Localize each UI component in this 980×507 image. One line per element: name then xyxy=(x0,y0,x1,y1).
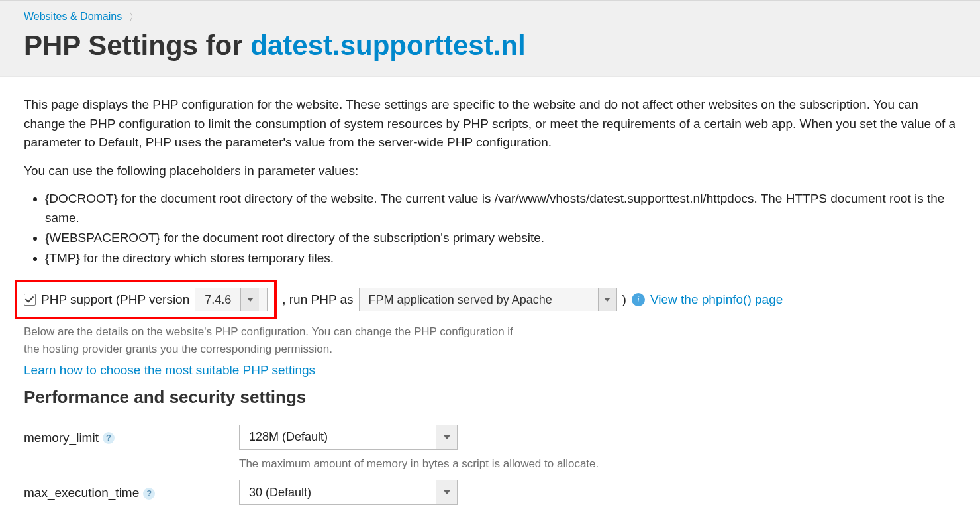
learn-php-settings-link[interactable]: Learn how to choose the most suitable PH… xyxy=(24,363,315,377)
placeholder-tmp: {TMP} for the directory which stores tem… xyxy=(45,249,956,268)
memory-limit-hint: The maximum amount of memory in bytes a … xyxy=(239,455,956,473)
performance-security-heading: Performance and security settings xyxy=(24,384,956,410)
chevron-down-icon xyxy=(598,288,616,311)
page-title-prefix: PHP Settings for xyxy=(24,30,250,61)
php-version-select-value: 7.4.6 xyxy=(195,291,240,309)
breadcrumb: Websites & Domains 〉 xyxy=(24,9,956,25)
chevron-down-icon xyxy=(240,288,259,311)
info-icon[interactable]: i xyxy=(632,293,645,306)
help-icon[interactable]: ? xyxy=(103,432,115,444)
php-config-hint: Below are the details on the website's P… xyxy=(24,323,514,357)
php-version-select[interactable]: 7.4.6 xyxy=(195,288,268,311)
placeholder-list: {DOCROOT} for the document root director… xyxy=(45,190,956,268)
breadcrumb-parent-link[interactable]: Websites & Domains xyxy=(24,11,122,22)
memory-limit-label: memory_limit xyxy=(24,429,99,448)
php-support-line: PHP support (PHP version 7.4.6 , run PHP… xyxy=(24,280,956,319)
php-handler-select[interactable]: FPM application served by Apache xyxy=(359,288,617,311)
placeholder-docroot: {DOCROOT} for the document root director… xyxy=(45,190,956,227)
memory-limit-row: memory_limit ? 128M (Default) The maximu… xyxy=(24,425,956,473)
php-support-highlight: PHP support (PHP version 7.4.6 xyxy=(15,280,277,319)
help-icon[interactable]: ? xyxy=(143,488,155,500)
intro-paragraph-1: This page displays the PHP configuration… xyxy=(24,95,956,152)
chevron-down-icon xyxy=(436,480,457,504)
page-title: PHP Settings for datest.supporttest.nl xyxy=(24,30,956,62)
php-run-as-label: , run PHP as xyxy=(282,290,353,310)
intro-paragraph-2: You can use the following placeholders i… xyxy=(24,162,956,181)
max-execution-time-value: 30 (Default) xyxy=(240,480,436,504)
chevron-down-icon xyxy=(436,425,457,449)
php-support-closing-paren: ) xyxy=(622,290,626,310)
php-support-checkbox[interactable] xyxy=(24,294,36,306)
php-support-label-prefix: PHP support (PHP version xyxy=(41,290,189,310)
placeholder-webspaceroot: {WEBSPACEROOT} for the document root dir… xyxy=(45,229,956,248)
max-execution-time-combobox[interactable]: 30 (Default) xyxy=(239,480,458,505)
php-handler-select-value: FPM application served by Apache xyxy=(360,291,598,309)
phpinfo-link[interactable]: View the phpinfo() page xyxy=(650,290,783,310)
memory-limit-value: 128M (Default) xyxy=(240,425,436,449)
memory-limit-combobox[interactable]: 128M (Default) xyxy=(239,425,458,450)
page-title-domain: datest.supporttest.nl xyxy=(250,30,525,61)
max-execution-time-label: max_execution_time xyxy=(24,484,139,503)
max-execution-time-row: max_execution_time ? 30 (Default) The ma… xyxy=(24,480,956,507)
chevron-right-icon: 〉 xyxy=(129,11,138,22)
